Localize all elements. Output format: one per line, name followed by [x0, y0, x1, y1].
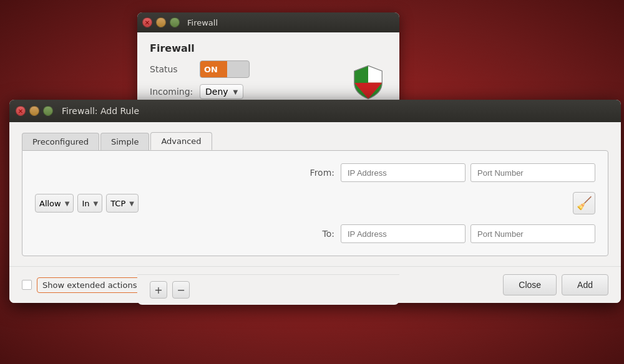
to-inputs [341, 224, 595, 243]
allow-dropdown[interactable]: Allow ▼ [35, 194, 74, 213]
bg-window-title: Firewall [187, 18, 218, 27]
from-ip-input[interactable] [341, 163, 466, 182]
main-window-title: Firewall: Add Rule [62, 106, 139, 116]
show-extended-checkbox[interactable] [22, 280, 32, 290]
bg-incoming-dropdown[interactable]: Deny ▼ [200, 84, 243, 99]
allow-arrow-icon: ▼ [65, 200, 70, 207]
tab-preconfigured[interactable]: Preconfigured [22, 133, 99, 150]
close-button[interactable]: Close [503, 274, 557, 295]
to-port-input[interactable] [470, 224, 595, 243]
protocol-value: TCP [110, 199, 125, 208]
protocol-arrow-icon: ▼ [129, 200, 134, 207]
bg-close-btn[interactable]: ✕ [142, 17, 152, 27]
tab-simple[interactable]: Simple [100, 133, 149, 150]
from-row: From: [35, 163, 595, 182]
action-buttons: Close Add [503, 274, 608, 295]
allow-value: Allow [39, 199, 61, 208]
left-controls: Allow ▼ In ▼ TCP ▼ [35, 194, 139, 213]
controls-row: Allow ▼ In ▼ TCP ▼ 🧹 [35, 192, 595, 214]
shield-icon [349, 64, 387, 101]
show-extended-text: Show extended actions [37, 277, 142, 293]
tab-advanced[interactable]: Advanced [150, 132, 212, 150]
to-label: To: [323, 229, 334, 239]
from-label: From: [310, 168, 334, 178]
to-row: To: [35, 224, 595, 243]
show-extended-label[interactable]: Show extended actions [22, 277, 142, 293]
bg-max-btn[interactable] [170, 17, 180, 27]
bg-status-label: Status [150, 64, 200, 74]
clear-button[interactable]: 🧹 [573, 192, 595, 214]
direction-dropdown[interactable]: In ▼ [77, 194, 102, 213]
advanced-tab-panel: From: Allow ▼ In ▼ [22, 150, 608, 256]
main-max-btn[interactable] [43, 106, 53, 116]
main-content-area: Preconfigured Simple Advanced From: Allo… [9, 122, 621, 266]
protocol-dropdown[interactable]: TCP ▼ [106, 194, 139, 213]
bg-titlebar: ✕ Firewall [137, 12, 399, 32]
add-rule-btn[interactable]: + [150, 281, 167, 299]
bg-incoming-label: Incoming: [150, 87, 200, 97]
main-min-btn[interactable] [29, 106, 39, 116]
add-button[interactable]: Add [562, 274, 608, 295]
to-ip-input[interactable] [341, 224, 466, 243]
bg-bottom-bar: + − [137, 274, 399, 305]
bg-toggle[interactable]: ON [200, 60, 250, 78]
bg-incoming-arrow-icon: ▼ [233, 89, 238, 95]
remove-rule-btn[interactable]: − [172, 281, 190, 299]
from-port-input[interactable] [470, 163, 595, 182]
tab-bar: Preconfigured Simple Advanced [22, 132, 608, 150]
broom-icon: 🧹 [577, 196, 592, 211]
bg-firewall-heading: Firewall [150, 42, 387, 54]
direction-value: In [82, 199, 89, 208]
main-titlebar: ✕ Firewall: Add Rule [9, 100, 621, 122]
main-close-btn[interactable]: ✕ [16, 106, 26, 116]
add-rule-window: ✕ Firewall: Add Rule Preconfigured Simpl… [9, 100, 621, 303]
from-inputs [341, 163, 595, 182]
direction-arrow-icon: ▼ [93, 200, 98, 207]
bg-min-btn[interactable] [156, 17, 166, 27]
